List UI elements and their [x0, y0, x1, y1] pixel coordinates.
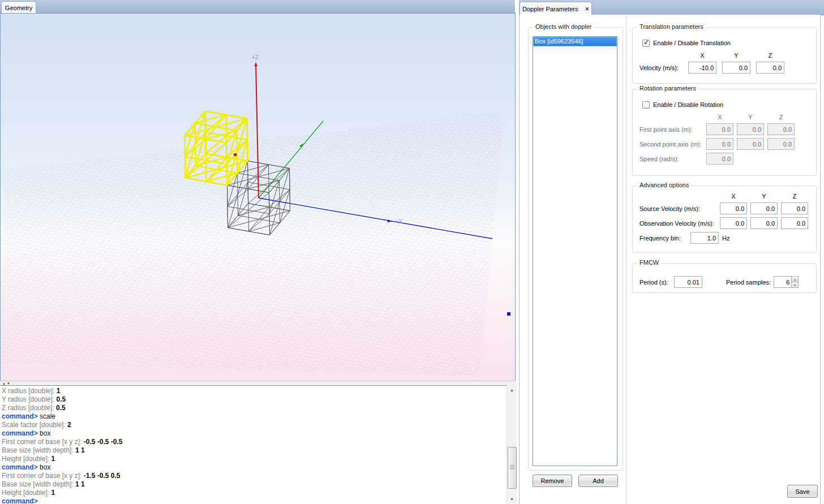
- console-line: Y radius [double]: 0.5: [2, 395, 507, 404]
- observation-velocity-z-field[interactable]: [781, 217, 808, 229]
- scrollbar-grip: [510, 465, 514, 469]
- velocity-label: Velocity (m/s):: [640, 64, 688, 71]
- column-header-z: Z: [781, 193, 808, 200]
- column-header-x: X: [688, 52, 716, 59]
- spinner-up-icon[interactable]: ▲: [791, 276, 799, 282]
- frequency-bin-label: Frequency bin:: [640, 235, 690, 242]
- console-line: Base size [width depth]: 1 1: [2, 446, 507, 455]
- column-header-y: Y: [722, 52, 750, 59]
- translation-enable-checkbox[interactable]: ✓: [642, 40, 650, 47]
- console-line: command> box: [2, 463, 507, 472]
- fmcw-group: FMCW Period (s): Period samples: ▲ ▼: [632, 263, 817, 293]
- tab-doppler-parameters[interactable]: Doppler Parameters ✕: [520, 2, 592, 15]
- observation-velocity-y-field[interactable]: [750, 217, 778, 229]
- first-point-x-field: [706, 123, 733, 135]
- blue-point-marker: [507, 312, 510, 316]
- left-tab-bar: Geometry: [0, 0, 515, 14]
- first-point-axis-label: First point axis (m):: [640, 126, 706, 133]
- column-header-x: X: [720, 193, 747, 200]
- column-header-x: X: [706, 114, 733, 121]
- column-header-z: Z: [767, 114, 795, 121]
- source-velocity-label: Source Velocity (m/s):: [640, 205, 720, 212]
- period-samples-label: Period samples:: [726, 279, 774, 286]
- scrollbar-down-icon[interactable]: ▼: [507, 494, 517, 504]
- speed-field: [706, 153, 733, 165]
- frequency-unit-label: Hz: [722, 235, 729, 242]
- second-point-y-field: [737, 138, 764, 150]
- rotation-enable-checkbox[interactable]: ✓: [642, 101, 650, 109]
- right-tab-bar: Doppler Parameters ✕: [519, 0, 824, 15]
- speed-label: Speed (rad/s):: [640, 156, 706, 162]
- observation-velocity-label: Observation Velocity (m/s):: [640, 220, 720, 227]
- console-line: Base size [width depth]: 1 1: [2, 480, 507, 489]
- column-header-z: Z: [756, 52, 784, 59]
- first-point-z-field: [767, 123, 795, 135]
- second-point-z-field: [767, 138, 795, 150]
- translation-parameters-group: Translation parameters ✓ Enable / Disabl…: [632, 27, 817, 84]
- fmcw-group-title: FMCW: [637, 259, 661, 266]
- axis-x-label: +X: [394, 218, 402, 225]
- console-line: First corner of base [x y z]: -1.5 -0.5 …: [2, 472, 507, 480]
- console-line: Height [double]: 1: [2, 455, 507, 463]
- period-label: Period (s):: [640, 279, 674, 286]
- velocity-z-field[interactable]: [756, 62, 784, 74]
- frequency-bin-field[interactable]: [690, 232, 719, 244]
- scrollbar-up-icon[interactable]: ▲: [507, 385, 517, 395]
- scene-canvas: +X+Z: [1, 14, 515, 381]
- geometry-3d-viewport[interactable]: +X+Z: [0, 13, 516, 381]
- application-window: Geometry +X+Z ▲▼ X radius [double]: 1Y r…: [0, 0, 824, 504]
- console-line: command> scale: [2, 412, 507, 421]
- add-button[interactable]: Add: [578, 475, 618, 487]
- rotation-group-title: Rotation parameters: [637, 85, 698, 92]
- translation-group-title: Translation parameters: [637, 23, 706, 30]
- rotation-enable-label: Enable / Disable Rotation: [653, 101, 723, 108]
- objects-list[interactable]: Box [id59623546]: [533, 36, 617, 466]
- tab-geometry-label: Geometry: [5, 5, 32, 11]
- tab-geometry[interactable]: Geometry: [1, 1, 36, 14]
- close-icon[interactable]: ✕: [585, 6, 589, 12]
- source-velocity-z-field[interactable]: [781, 203, 808, 214]
- velocity-y-field[interactable]: [722, 62, 750, 74]
- red-point-marker: [234, 153, 237, 156]
- column-header-y: Y: [750, 193, 778, 200]
- advanced-options-group: Advanced options X Y Z Source Velocity (…: [632, 186, 817, 253]
- console-line: Height [double]: 1: [2, 489, 507, 497]
- console-line: command> box: [2, 429, 507, 438]
- advanced-group-title: Advanced options: [637, 182, 691, 188]
- spinner-down-icon[interactable]: ▼: [791, 282, 799, 288]
- console-output: X radius [double]: 1Y radius [double]: 0…: [2, 387, 507, 504]
- translation-enable-label: Enable / Disable Translation: [653, 40, 731, 46]
- console-line: First corner of base [x y z]: -0.5 -0.5 …: [2, 438, 507, 446]
- objects-group-title: Objects with doppler: [533, 23, 594, 30]
- velocity-x-field[interactable]: [688, 62, 716, 74]
- scrollbar-thumb[interactable]: [508, 447, 517, 489]
- remove-button[interactable]: Remove: [533, 475, 572, 487]
- column-header-y: Y: [737, 114, 764, 121]
- tab-doppler-label: Doppler Parameters: [522, 6, 578, 12]
- source-velocity-y-field[interactable]: [750, 203, 778, 214]
- check-icon: ✓: [643, 38, 649, 46]
- second-point-axis-label: Second point axis (m):: [640, 141, 706, 148]
- panel-divider: [626, 16, 626, 504]
- window-right-border: [820, 0, 821, 504]
- command-console[interactable]: X radius [double]: 1Y radius [double]: 0…: [0, 385, 507, 504]
- observation-velocity-x-field[interactable]: [720, 217, 747, 229]
- second-point-x-field: [706, 138, 733, 150]
- console-line: Scale factor [double]: 2: [2, 421, 507, 429]
- period-samples-field[interactable]: [774, 276, 791, 288]
- axis-z-label: +Z: [251, 54, 259, 61]
- console-line: command>: [2, 497, 507, 504]
- first-point-y-field: [737, 123, 764, 135]
- console-line: Z radius [double]: 0.5: [2, 404, 507, 412]
- save-button[interactable]: Save: [787, 485, 818, 498]
- object-list-item[interactable]: Box [id59623546]: [533, 37, 617, 46]
- period-field[interactable]: [674, 276, 702, 288]
- rotation-parameters-group: Rotation parameters ✓ Enable / Disable R…: [632, 89, 817, 176]
- source-velocity-x-field[interactable]: [720, 203, 747, 214]
- console-line: X radius [double]: 1: [2, 387, 507, 395]
- console-scrollbar[interactable]: ▲ ▼: [507, 385, 516, 504]
